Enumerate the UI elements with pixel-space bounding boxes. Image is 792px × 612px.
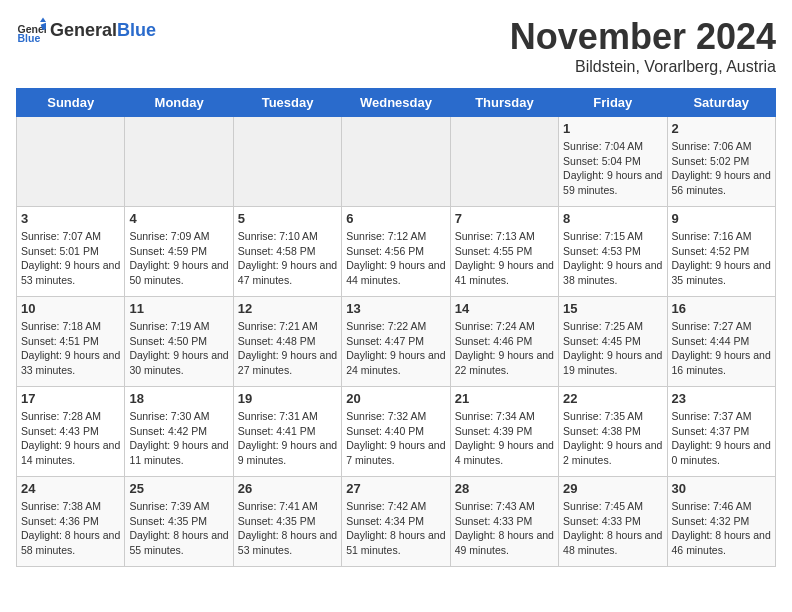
table-row: 16Sunrise: 7:27 AM Sunset: 4:44 PM Dayli… — [667, 297, 775, 387]
day-info: Sunrise: 7:30 AM Sunset: 4:42 PM Dayligh… — [129, 409, 228, 468]
day-info: Sunrise: 7:19 AM Sunset: 4:50 PM Dayligh… — [129, 319, 228, 378]
table-row — [342, 117, 450, 207]
day-info: Sunrise: 7:21 AM Sunset: 4:48 PM Dayligh… — [238, 319, 337, 378]
day-info: Sunrise: 7:25 AM Sunset: 4:45 PM Dayligh… — [563, 319, 662, 378]
table-row: 7Sunrise: 7:13 AM Sunset: 4:55 PM Daylig… — [450, 207, 558, 297]
day-number: 3 — [21, 211, 120, 226]
day-number: 6 — [346, 211, 445, 226]
table-row — [233, 117, 341, 207]
table-row: 3Sunrise: 7:07 AM Sunset: 5:01 PM Daylig… — [17, 207, 125, 297]
table-row: 28Sunrise: 7:43 AM Sunset: 4:33 PM Dayli… — [450, 477, 558, 567]
day-info: Sunrise: 7:16 AM Sunset: 4:52 PM Dayligh… — [672, 229, 771, 288]
col-sunday: Sunday — [17, 89, 125, 117]
calendar-week-row: 3Sunrise: 7:07 AM Sunset: 5:01 PM Daylig… — [17, 207, 776, 297]
table-row: 18Sunrise: 7:30 AM Sunset: 4:42 PM Dayli… — [125, 387, 233, 477]
day-number: 16 — [672, 301, 771, 316]
calendar-table: Sunday Monday Tuesday Wednesday Thursday… — [16, 88, 776, 567]
table-row: 9Sunrise: 7:16 AM Sunset: 4:52 PM Daylig… — [667, 207, 775, 297]
table-row: 22Sunrise: 7:35 AM Sunset: 4:38 PM Dayli… — [559, 387, 667, 477]
day-number: 1 — [563, 121, 662, 136]
day-info: Sunrise: 7:13 AM Sunset: 4:55 PM Dayligh… — [455, 229, 554, 288]
day-number: 30 — [672, 481, 771, 496]
table-row: 19Sunrise: 7:31 AM Sunset: 4:41 PM Dayli… — [233, 387, 341, 477]
day-info: Sunrise: 7:10 AM Sunset: 4:58 PM Dayligh… — [238, 229, 337, 288]
day-info: Sunrise: 7:24 AM Sunset: 4:46 PM Dayligh… — [455, 319, 554, 378]
day-number: 27 — [346, 481, 445, 496]
day-number: 2 — [672, 121, 771, 136]
table-row: 11Sunrise: 7:19 AM Sunset: 4:50 PM Dayli… — [125, 297, 233, 387]
day-info: Sunrise: 7:04 AM Sunset: 5:04 PM Dayligh… — [563, 139, 662, 198]
day-number: 11 — [129, 301, 228, 316]
logo: General Blue GeneralBlue — [16, 16, 156, 46]
table-row: 25Sunrise: 7:39 AM Sunset: 4:35 PM Dayli… — [125, 477, 233, 567]
logo-general-text: GeneralBlue — [50, 21, 156, 41]
col-thursday: Thursday — [450, 89, 558, 117]
svg-marker-2 — [40, 18, 46, 23]
location-subtitle: Bildstein, Vorarlberg, Austria — [510, 58, 776, 76]
table-row — [125, 117, 233, 207]
day-number: 14 — [455, 301, 554, 316]
col-saturday: Saturday — [667, 89, 775, 117]
day-info: Sunrise: 7:31 AM Sunset: 4:41 PM Dayligh… — [238, 409, 337, 468]
svg-text:Blue: Blue — [18, 32, 41, 44]
month-title: November 2024 — [510, 16, 776, 58]
logo-icon: General Blue — [16, 16, 46, 46]
day-info: Sunrise: 7:45 AM Sunset: 4:33 PM Dayligh… — [563, 499, 662, 558]
day-info: Sunrise: 7:27 AM Sunset: 4:44 PM Dayligh… — [672, 319, 771, 378]
calendar-week-row: 17Sunrise: 7:28 AM Sunset: 4:43 PM Dayli… — [17, 387, 776, 477]
day-info: Sunrise: 7:22 AM Sunset: 4:47 PM Dayligh… — [346, 319, 445, 378]
day-number: 28 — [455, 481, 554, 496]
day-number: 12 — [238, 301, 337, 316]
calendar-week-row: 24Sunrise: 7:38 AM Sunset: 4:36 PM Dayli… — [17, 477, 776, 567]
col-wednesday: Wednesday — [342, 89, 450, 117]
day-info: Sunrise: 7:37 AM Sunset: 4:37 PM Dayligh… — [672, 409, 771, 468]
table-row: 12Sunrise: 7:21 AM Sunset: 4:48 PM Dayli… — [233, 297, 341, 387]
table-row — [17, 117, 125, 207]
day-info: Sunrise: 7:06 AM Sunset: 5:02 PM Dayligh… — [672, 139, 771, 198]
day-number: 9 — [672, 211, 771, 226]
day-number: 7 — [455, 211, 554, 226]
day-info: Sunrise: 7:09 AM Sunset: 4:59 PM Dayligh… — [129, 229, 228, 288]
table-row: 30Sunrise: 7:46 AM Sunset: 4:32 PM Dayli… — [667, 477, 775, 567]
day-info: Sunrise: 7:32 AM Sunset: 4:40 PM Dayligh… — [346, 409, 445, 468]
table-row: 13Sunrise: 7:22 AM Sunset: 4:47 PM Dayli… — [342, 297, 450, 387]
col-tuesday: Tuesday — [233, 89, 341, 117]
table-row: 14Sunrise: 7:24 AM Sunset: 4:46 PM Dayli… — [450, 297, 558, 387]
table-row: 23Sunrise: 7:37 AM Sunset: 4:37 PM Dayli… — [667, 387, 775, 477]
title-area: November 2024 Bildstein, Vorarlberg, Aus… — [510, 16, 776, 76]
table-row: 10Sunrise: 7:18 AM Sunset: 4:51 PM Dayli… — [17, 297, 125, 387]
table-row: 8Sunrise: 7:15 AM Sunset: 4:53 PM Daylig… — [559, 207, 667, 297]
day-number: 10 — [21, 301, 120, 316]
day-info: Sunrise: 7:43 AM Sunset: 4:33 PM Dayligh… — [455, 499, 554, 558]
day-number: 21 — [455, 391, 554, 406]
day-number: 24 — [21, 481, 120, 496]
day-number: 29 — [563, 481, 662, 496]
table-row: 21Sunrise: 7:34 AM Sunset: 4:39 PM Dayli… — [450, 387, 558, 477]
col-monday: Monday — [125, 89, 233, 117]
table-row: 2Sunrise: 7:06 AM Sunset: 5:02 PM Daylig… — [667, 117, 775, 207]
day-number: 25 — [129, 481, 228, 496]
day-info: Sunrise: 7:39 AM Sunset: 4:35 PM Dayligh… — [129, 499, 228, 558]
table-row — [450, 117, 558, 207]
day-info: Sunrise: 7:15 AM Sunset: 4:53 PM Dayligh… — [563, 229, 662, 288]
day-number: 15 — [563, 301, 662, 316]
col-friday: Friday — [559, 89, 667, 117]
day-number: 18 — [129, 391, 228, 406]
day-info: Sunrise: 7:07 AM Sunset: 5:01 PM Dayligh… — [21, 229, 120, 288]
table-row: 20Sunrise: 7:32 AM Sunset: 4:40 PM Dayli… — [342, 387, 450, 477]
table-row: 27Sunrise: 7:42 AM Sunset: 4:34 PM Dayli… — [342, 477, 450, 567]
calendar-week-row: 1Sunrise: 7:04 AM Sunset: 5:04 PM Daylig… — [17, 117, 776, 207]
table-row: 29Sunrise: 7:45 AM Sunset: 4:33 PM Dayli… — [559, 477, 667, 567]
day-info: Sunrise: 7:42 AM Sunset: 4:34 PM Dayligh… — [346, 499, 445, 558]
day-number: 5 — [238, 211, 337, 226]
table-row: 1Sunrise: 7:04 AM Sunset: 5:04 PM Daylig… — [559, 117, 667, 207]
calendar-header-row: Sunday Monday Tuesday Wednesday Thursday… — [17, 89, 776, 117]
day-number: 26 — [238, 481, 337, 496]
table-row: 6Sunrise: 7:12 AM Sunset: 4:56 PM Daylig… — [342, 207, 450, 297]
day-info: Sunrise: 7:18 AM Sunset: 4:51 PM Dayligh… — [21, 319, 120, 378]
day-number: 20 — [346, 391, 445, 406]
day-info: Sunrise: 7:35 AM Sunset: 4:38 PM Dayligh… — [563, 409, 662, 468]
day-number: 4 — [129, 211, 228, 226]
table-row: 15Sunrise: 7:25 AM Sunset: 4:45 PM Dayli… — [559, 297, 667, 387]
day-number: 23 — [672, 391, 771, 406]
